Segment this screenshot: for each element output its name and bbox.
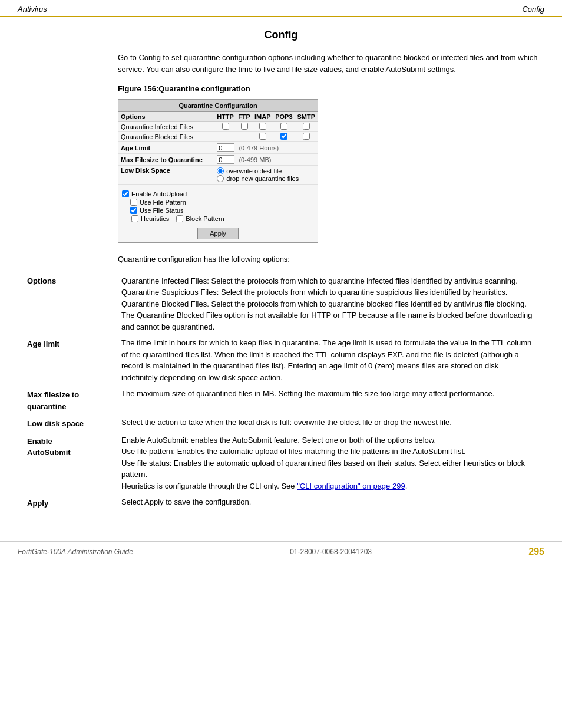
use-file-pattern-checkbox[interactable] <box>130 199 137 206</box>
heuristics-row: Heuristics Block Pattern <box>131 215 314 222</box>
desc-agelimit-term: Age limit <box>24 335 118 386</box>
desc-lowdisk-term: Low disk space <box>24 414 118 432</box>
age-limit-row: Age Limit (0-479 Hours) <box>118 142 318 154</box>
desc-options-def: Quarantine Infected Files: Select the pr… <box>118 273 538 335</box>
apply-cell: Apply <box>118 225 318 243</box>
age-limit-range: (0-479 Hours) <box>239 144 279 151</box>
max-filesize-input[interactable] <box>217 155 234 164</box>
col-ftp-header: FTP <box>236 112 253 122</box>
col-smtp-header: SMTP <box>295 112 318 122</box>
infected-label: Quarantine Infected Files <box>118 122 215 132</box>
use-file-status-checkbox[interactable] <box>130 207 137 214</box>
header-left: Antivirus <box>18 5 47 14</box>
infected-smtp-checkbox[interactable] <box>303 123 310 130</box>
desc-lowdisk-def: Select the action to take when the local… <box>118 414 538 432</box>
low-disk-drop-row[interactable]: drop new quarantine files <box>217 175 315 182</box>
low-disk-label: Low Disk Space <box>118 166 215 185</box>
use-file-pattern-row[interactable]: Use File Pattern <box>130 199 314 206</box>
blocked-smtp-checkbox[interactable] <box>303 133 310 140</box>
blocked-files-row: Quarantine Blocked Files <box>118 132 318 142</box>
apply-button[interactable]: Apply <box>197 228 239 239</box>
blocked-label: Quarantine Blocked Files <box>118 132 215 142</box>
apply-row: Apply <box>118 225 318 243</box>
blocked-imap-cell[interactable] <box>252 132 273 142</box>
infected-files-row: Quarantine Infected Files <box>118 122 318 132</box>
page-header: Antivirus Config <box>0 0 562 17</box>
col-pop3-header: POP3 <box>273 112 295 122</box>
max-filesize-label: Max Filesize to Quarantine <box>118 154 215 166</box>
low-disk-overwrite-radio[interactable] <box>217 167 224 174</box>
infected-http-checkbox[interactable] <box>222 123 229 130</box>
desc-options-row: Options Quarantine Infected Files: Selec… <box>24 273 538 335</box>
max-filesize-row: Max Filesize to Quarantine (0-499 MB) <box>118 154 318 166</box>
infected-ftp-cell[interactable] <box>236 122 253 132</box>
infected-smtp-cell[interactable] <box>295 122 318 132</box>
use-file-pattern-label: Use File Pattern <box>140 199 186 206</box>
heuristics-checkbox[interactable] <box>131 215 138 222</box>
blocked-ftp-cell <box>236 132 253 142</box>
cli-config-link[interactable]: "CLI configuration" on page 299 <box>297 482 405 490</box>
intro-text: Go to Config to set quarantine configura… <box>118 52 538 75</box>
heuristics-label: Heuristics <box>141 215 169 222</box>
page-footer: FortiGate-100A Administration Guide 01-2… <box>0 541 562 562</box>
footer-center: 01-28007-0068-20041203 <box>290 548 372 556</box>
infected-pop3-checkbox[interactable] <box>280 123 287 130</box>
qc-title: Quarantine Configuration <box>118 100 318 112</box>
desc-maxfilesize-row: Max filesize toquarantine The maximum si… <box>24 386 538 414</box>
use-file-status-row[interactable]: Use File Status <box>130 207 314 214</box>
age-limit-input[interactable] <box>217 143 234 152</box>
low-disk-drop-radio[interactable] <box>217 175 224 182</box>
qc-title-row: Quarantine Configuration <box>118 100 318 112</box>
desc-maxfilesize-term: Max filesize toquarantine <box>24 386 118 414</box>
blocked-pop3-cell[interactable] <box>273 132 295 142</box>
desc-autosubmit-term: EnableAutoSubmit <box>24 432 118 495</box>
infected-ftp-checkbox[interactable] <box>241 123 248 130</box>
figure-caption: Figure 156:Quarantine configuration <box>118 84 538 93</box>
age-limit-cell[interactable]: (0-479 Hours) <box>214 142 318 154</box>
low-disk-drop-label: drop new quarantine files <box>226 175 299 182</box>
low-disk-row: Low Disk Space overwrite oldest file dro… <box>118 166 318 185</box>
enable-autoupload-checkbox[interactable] <box>122 190 129 197</box>
page-content: Config Go to Config to set quarantine co… <box>0 17 562 529</box>
page-title: Config <box>24 29 538 41</box>
col-http-header: HTTP <box>214 112 236 122</box>
max-filesize-range: (0-499 MB) <box>239 156 271 163</box>
use-file-status-label: Use File Status <box>140 207 184 214</box>
block-pattern-label: Block Pattern <box>186 215 224 222</box>
page-number: 295 <box>528 546 544 557</box>
low-disk-cell: overwrite oldest file drop new quarantin… <box>214 166 318 185</box>
blocked-http-cell <box>214 132 236 142</box>
blocked-smtp-cell[interactable] <box>295 132 318 142</box>
desc-agelimit-def: The time limit in hours for which to kee… <box>118 335 538 386</box>
desc-options-term: Options <box>24 273 118 335</box>
header-right: Config <box>522 5 544 14</box>
desc-autosubmit-row: EnableAutoSubmit Enable AutoSubmit: enab… <box>24 432 538 495</box>
enable-autoupload-row[interactable]: Enable AutoUpload <box>122 190 314 197</box>
desc-autosubmit-def: Enable AutoSubmit: enables the AutoSubmi… <box>118 432 538 495</box>
desc-maxfilesize-def: The maximum size of quarantined files in… <box>118 386 538 414</box>
qc-config-wrapper: Quarantine Configuration Options HTTP FT… <box>118 99 538 243</box>
low-disk-overwrite-row[interactable]: overwrite oldest file <box>217 167 315 174</box>
blocked-pop3-checkbox[interactable] <box>280 133 287 140</box>
desc-apply-row: Apply Select Apply to save the configura… <box>24 494 538 512</box>
infected-imap-cell[interactable] <box>252 122 273 132</box>
desc-apply-term: Apply <box>24 494 118 512</box>
qc-config-table: Quarantine Configuration Options HTTP FT… <box>118 99 318 243</box>
infected-imap-checkbox[interactable] <box>259 123 266 130</box>
infected-pop3-cell[interactable] <box>273 122 295 132</box>
col-options-header: Options <box>118 112 215 122</box>
desc-lowdisk-row: Low disk space Select the action to take… <box>24 414 538 432</box>
block-pattern-checkbox[interactable] <box>176 215 183 222</box>
desc-agelimit-row: Age limit The time limit in hours for wh… <box>24 335 538 386</box>
qc-header: Options HTTP FTP IMAP POP3 SMTP <box>118 112 318 122</box>
enable-autoupload-label: Enable AutoUpload <box>131 190 187 197</box>
low-disk-overwrite-label: overwrite oldest file <box>226 167 282 174</box>
age-limit-label: Age Limit <box>118 142 215 154</box>
desc-intro: Quarantine configuration has the followi… <box>118 255 538 263</box>
blocked-imap-checkbox[interactable] <box>259 133 266 140</box>
col-imap-header: IMAP <box>252 112 273 122</box>
autoupload-row: Enable AutoUpload Use File Pattern Use F… <box>118 188 318 225</box>
max-filesize-cell[interactable]: (0-499 MB) <box>214 154 318 166</box>
infected-http-cell[interactable] <box>214 122 236 132</box>
footer-left: FortiGate-100A Administration Guide <box>18 548 133 556</box>
